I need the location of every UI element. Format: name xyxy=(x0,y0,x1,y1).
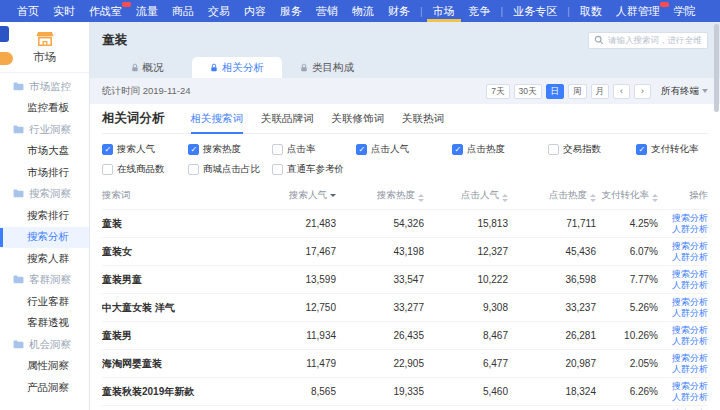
metric-checkbox-item[interactable]: 点击热度 xyxy=(452,143,548,156)
action-link[interactable]: 搜索分析 xyxy=(672,381,708,392)
sidebar-item[interactable]: 搜索分析 xyxy=(0,227,89,249)
action-link[interactable]: 人群分析 xyxy=(672,392,708,403)
value-cell: 54,326 xyxy=(336,210,424,238)
metric-checkbox-item[interactable]: 直通车参考价 xyxy=(272,163,356,176)
action-link[interactable]: 人群分析 xyxy=(672,252,708,263)
metric-filters: 搜索人气搜索热度点击率点击人气点击热度交易指数支付转化率在线商品数商城点击占比直… xyxy=(102,134,708,184)
action-link[interactable]: 搜索分析 xyxy=(672,213,708,224)
scrollbar[interactable] xyxy=(714,24,719,408)
nav-item[interactable]: 市场 xyxy=(426,0,462,22)
action-link[interactable]: 人群分析 xyxy=(672,224,708,235)
panel-tab[interactable]: 相关搜索词 xyxy=(191,104,244,133)
nav-item[interactable]: 商品 xyxy=(165,0,201,22)
column-header[interactable]: 点击热度 xyxy=(508,184,596,210)
range-button[interactable]: 30天 xyxy=(514,84,542,99)
range-button[interactable]: 7天 xyxy=(486,84,509,99)
sidebar-item[interactable]: 搜索排行 xyxy=(0,205,89,227)
sidebar-item[interactable]: 客群透视 xyxy=(0,313,89,335)
next-button[interactable]: › xyxy=(634,84,651,99)
action-link[interactable]: 搜索分析 xyxy=(672,241,708,252)
nav-item[interactable]: 业务专区 xyxy=(506,0,564,22)
metric-checkbox-item[interactable]: 在线商品数 xyxy=(102,163,188,176)
column-header[interactable]: 搜索人气 xyxy=(250,184,336,210)
action-link[interactable]: 人群分析 xyxy=(672,336,708,347)
header-tab[interactable]: 相关分析 xyxy=(192,57,282,78)
keyword-cell: 童装男 xyxy=(102,322,250,350)
nav-item[interactable]: 作战室 xyxy=(82,0,129,22)
column-header[interactable]: 搜索热度 xyxy=(336,184,424,210)
checkbox[interactable] xyxy=(272,164,283,175)
checkbox[interactable] xyxy=(452,144,463,155)
panel-tab[interactable]: 关联品牌词 xyxy=(261,104,314,133)
nav-item[interactable]: 财务 xyxy=(381,0,417,22)
action-link[interactable]: 搜索分析 xyxy=(672,269,708,280)
nav-item[interactable]: 实时 xyxy=(46,0,82,22)
metric-checkbox-item[interactable]: 交易指数 xyxy=(548,143,636,156)
checkbox[interactable] xyxy=(102,164,113,175)
metric-checkbox-item[interactable]: 搜索热度 xyxy=(188,143,272,156)
metric-checkbox-item[interactable]: 搜索人气 xyxy=(102,143,188,156)
checkbox[interactable] xyxy=(272,144,283,155)
metric-checkbox-item[interactable]: 点击人气 xyxy=(356,143,452,156)
action-cell: 搜索分析人群分析 xyxy=(658,294,708,322)
action-link[interactable]: 人群分析 xyxy=(672,308,708,319)
prev-button[interactable]: ‹ xyxy=(613,84,630,99)
header-tab[interactable]: 类目构成 xyxy=(282,57,372,78)
nav-item[interactable]: 交易 xyxy=(201,0,237,22)
header-tab[interactable]: 概况 xyxy=(102,57,192,78)
nav-item[interactable]: 首页 xyxy=(10,0,46,22)
metric-checkbox-item[interactable]: 商城点击占比 xyxy=(188,163,272,176)
nav-item-label: 营销 xyxy=(316,5,338,17)
metric-checkbox-item[interactable]: 点击率 xyxy=(272,143,356,156)
checkbox[interactable] xyxy=(356,144,367,155)
sidebar-item[interactable]: 搜索人群 xyxy=(0,248,89,270)
checkbox[interactable] xyxy=(548,144,559,155)
unit-button[interactable]: 周 xyxy=(568,84,587,99)
sidebar-group[interactable]: 搜索洞察 xyxy=(0,184,89,206)
panel-tab[interactable]: 关联修饰词 xyxy=(332,104,385,133)
scrollbar-thumb[interactable] xyxy=(714,24,719,112)
sidebar-item[interactable]: 市场排行 xyxy=(0,162,89,184)
metric-label: 点击率 xyxy=(287,143,316,156)
terminal-dropdown[interactable]: 所有终端 xyxy=(661,85,708,98)
metric-checkbox-item[interactable]: 支付转化率 xyxy=(636,143,708,156)
sidebar-module-header[interactable]: 市场 xyxy=(0,22,89,73)
unit-button[interactable]: 月 xyxy=(591,84,610,99)
nav-item[interactable]: 内容 xyxy=(237,0,273,22)
keyword-search-box[interactable] xyxy=(588,32,708,49)
search-icon xyxy=(594,31,604,49)
column-header[interactable]: 支付转化率 xyxy=(596,184,658,210)
sidebar-item[interactable]: 属性洞察 xyxy=(0,356,89,378)
action-link[interactable]: 人群分析 xyxy=(672,364,708,375)
panel-title: 相关词分析 xyxy=(102,110,165,127)
sidebar-group[interactable]: 市场监控 xyxy=(0,76,89,98)
column-header[interactable]: 点击人气 xyxy=(424,184,508,210)
nav-item[interactable]: 营销 xyxy=(309,0,345,22)
action-link[interactable]: 搜索分析 xyxy=(672,297,708,308)
checkbox[interactable] xyxy=(636,144,647,155)
checkbox[interactable] xyxy=(188,164,199,175)
unit-button[interactable]: 日 xyxy=(546,84,565,99)
panel-tab[interactable]: 关联热词 xyxy=(402,104,444,133)
nav-item[interactable]: 取数 xyxy=(573,0,609,22)
value-cell: 9,308 xyxy=(424,294,508,322)
checkbox[interactable] xyxy=(102,144,113,155)
nav-item[interactable]: 服务 xyxy=(273,0,309,22)
search-input[interactable] xyxy=(608,35,702,45)
sidebar-group[interactable]: 行业洞察 xyxy=(0,119,89,141)
sidebar-group[interactable]: 机会洞察 xyxy=(0,334,89,356)
nav-item[interactable]: 流量 xyxy=(129,0,165,22)
checkbox[interactable] xyxy=(188,144,199,155)
action-link[interactable]: 人群分析 xyxy=(672,280,708,291)
nav-item[interactable]: 物流 xyxy=(345,0,381,22)
sidebar-item[interactable]: 产品洞察 xyxy=(0,377,89,399)
nav-item[interactable]: 竞争 xyxy=(462,0,498,22)
sidebar-item[interactable]: 监控看板 xyxy=(0,98,89,120)
sidebar-group[interactable]: 客群洞察 xyxy=(0,270,89,292)
sidebar-item[interactable]: 行业客群 xyxy=(0,291,89,313)
sidebar-item[interactable]: 市场大盘 xyxy=(0,141,89,163)
nav-item[interactable]: 人群管理 xyxy=(609,0,667,22)
action-link[interactable]: 搜索分析 xyxy=(672,353,708,364)
nav-item[interactable]: 学院 xyxy=(667,0,703,22)
action-link[interactable]: 搜索分析 xyxy=(672,325,708,336)
